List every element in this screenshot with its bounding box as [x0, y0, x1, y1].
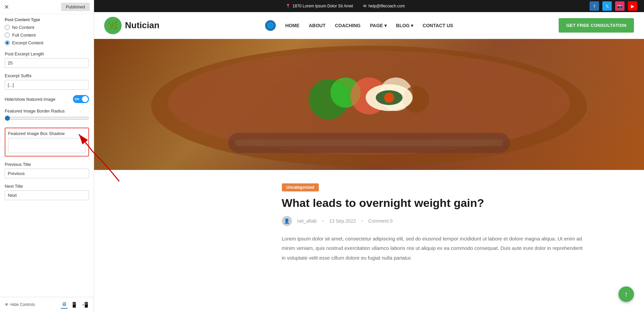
- email-item: ✉ help@lifecoach.com: [363, 4, 405, 8]
- hide-show-label: Hide/show featured image: [5, 97, 55, 102]
- author-avatar: 👤: [282, 216, 292, 226]
- email-icon: ✉: [363, 4, 367, 8]
- hide-show-featured-row: Hide/show featured image ON: [5, 95, 89, 103]
- hide-controls-button[interactable]: 👁 Hide Controls: [5, 302, 35, 307]
- excerpt-length-input[interactable]: [5, 58, 89, 68]
- category-badge: Uncategorized: [282, 183, 319, 191]
- box-shadow-label: Featured Image Box Shadow: [8, 131, 86, 136]
- meta-dot-2: •: [361, 218, 363, 224]
- radio-full-content-label: Full Content: [12, 33, 36, 38]
- next-title-label: Next Title: [5, 184, 89, 189]
- blog-title: What leads to overnight weight gain?: [282, 196, 584, 210]
- hero-food-visual: [94, 39, 644, 170]
- previous-title-label: Previous Title: [5, 162, 89, 167]
- excerpt-suffix-label: Excerpt Suffix: [5, 73, 89, 78]
- toggle-knob: [82, 96, 88, 102]
- nav-coaching[interactable]: COACHING: [335, 23, 360, 28]
- panel-footer: 👁 Hide Controls 🖥 📱 📲: [0, 297, 94, 312]
- cta-button[interactable]: GET FREE CONSULTATION: [559, 18, 634, 33]
- desktop-view-button[interactable]: 🖥: [61, 301, 68, 309]
- box-shadow-input[interactable]: [8, 138, 86, 153]
- blog-area: Uncategorized What leads to overnight we…: [94, 170, 644, 312]
- youtube-icon[interactable]: ▶: [628, 1, 637, 11]
- content-type-group: No Content Full Content Excerpt Content: [5, 25, 89, 45]
- post-date: 13 Sep 2022: [329, 218, 356, 224]
- hero-section: [94, 39, 644, 170]
- author-name: net_aftab: [297, 218, 317, 224]
- next-title-group: Next Title: [5, 184, 89, 200]
- post-content-type-label: Post Content Type: [5, 17, 89, 22]
- hide-controls-label: Hide Controls: [10, 302, 35, 307]
- social-icons: f 𝕏 📷 ▶: [590, 1, 637, 11]
- desktop-icon: 🖥: [61, 301, 67, 307]
- tablet-view-button[interactable]: 📱: [70, 301, 78, 309]
- view-icons-group: 🖥 📱 📲: [61, 301, 89, 309]
- excerpt-length-label: Post Excerpt Length: [5, 51, 89, 56]
- comment-count: Comment 0: [368, 218, 392, 224]
- panel-content: Post Content Type No Content Full Conten…: [0, 14, 94, 297]
- blog-section: Uncategorized What leads to overnight we…: [134, 170, 604, 276]
- excerpt-suffix-input[interactable]: [5, 80, 89, 90]
- nav-page[interactable]: PAGE ▾: [370, 23, 387, 28]
- close-icon[interactable]: ✕: [4, 3, 9, 11]
- logo-text: Nutician: [125, 20, 160, 31]
- blog-meta: 👤 net_aftab • 13 Sep 2022 • Comment 0: [282, 216, 584, 226]
- excerpt-suffix-group: Excerpt Suffix: [5, 73, 89, 90]
- border-radius-label: Featured Image Border Radius: [5, 108, 89, 114]
- nav-blog[interactable]: BLOG ▾: [396, 23, 413, 28]
- radio-excerpt-content[interactable]: Excerpt Content: [5, 40, 89, 45]
- nav-globe[interactable]: 🌐: [265, 20, 276, 31]
- hide-show-toggle[interactable]: ON: [73, 95, 89, 103]
- mobile-view-button[interactable]: 📲: [81, 301, 89, 309]
- border-radius-slider[interactable]: [5, 116, 89, 121]
- top-bar: 📍 1870 Lorem Ipsum Dolor Sit Amet ✉ help…: [94, 0, 644, 12]
- radio-full-content[interactable]: Full Content: [5, 33, 89, 38]
- blog-excerpt: Lorem ipsum dolor sit amet, consectetur …: [282, 234, 584, 263]
- nav-links: 🌐 HOME ABOUT COACHING PAGE ▾ BLOG ▾ CONT…: [265, 20, 453, 31]
- twitter-icon[interactable]: 𝕏: [602, 1, 612, 11]
- next-title-input[interactable]: [5, 190, 89, 200]
- nav-bar: 🌿 Nutician 🌐 HOME ABOUT COACHING PAGE ▾ …: [94, 12, 644, 39]
- mobile-icon: 📲: [82, 302, 88, 308]
- radio-excerpt-content-label: Excerpt Content: [12, 40, 43, 45]
- top-bar-center: 📍 1870 Lorem Ipsum Dolor Sit Amet ✉ help…: [286, 4, 405, 8]
- logo-circle: 🌿: [104, 17, 122, 34]
- email-text: help@lifecoach.com: [369, 4, 405, 8]
- previous-title-group: Previous Title: [5, 162, 89, 178]
- facebook-icon[interactable]: f: [590, 1, 599, 11]
- tablet-icon: 📱: [71, 302, 78, 308]
- logo-area: 🌿 Nutician: [104, 17, 160, 34]
- panel-header: ✕ Published: [0, 0, 94, 14]
- excerpt-length-group: Post Excerpt Length: [5, 51, 89, 68]
- previous-title-input[interactable]: [5, 169, 89, 178]
- nav-home[interactable]: HOME: [285, 23, 299, 28]
- svg-rect-11: [235, 139, 503, 146]
- toggle-on-text: ON: [75, 97, 79, 101]
- location-icon: 📍: [286, 4, 291, 8]
- nav-contact[interactable]: CONTACT US: [423, 23, 453, 28]
- border-radius-group: Featured Image Border Radius: [5, 108, 89, 122]
- instagram-icon[interactable]: 📷: [615, 1, 625, 11]
- eye-icon: 👁: [5, 302, 9, 307]
- svg-point-9: [384, 93, 394, 103]
- settings-panel: ✕ Published Post Content Type No Content…: [0, 0, 94, 312]
- main-content: 📍 1870 Lorem Ipsum Dolor Sit Amet ✉ help…: [94, 0, 644, 312]
- radio-no-content-label: No Content: [12, 25, 34, 30]
- nav-about[interactable]: ABOUT: [309, 23, 326, 28]
- address-text: 1870 Lorem Ipsum Dolor Sit Amet: [293, 4, 353, 8]
- fab-button[interactable]: ↑: [618, 286, 634, 302]
- logo-icon: 🌿: [108, 20, 118, 31]
- blog-inner: Uncategorized What leads to overnight we…: [282, 183, 584, 263]
- published-button[interactable]: Published: [61, 3, 90, 11]
- box-shadow-group: Featured Image Box Shadow: [5, 128, 89, 157]
- radio-no-content[interactable]: No Content: [5, 25, 89, 30]
- meta-dot-1: •: [322, 218, 324, 224]
- address-item: 📍 1870 Lorem Ipsum Dolor Sit Amet: [286, 4, 353, 8]
